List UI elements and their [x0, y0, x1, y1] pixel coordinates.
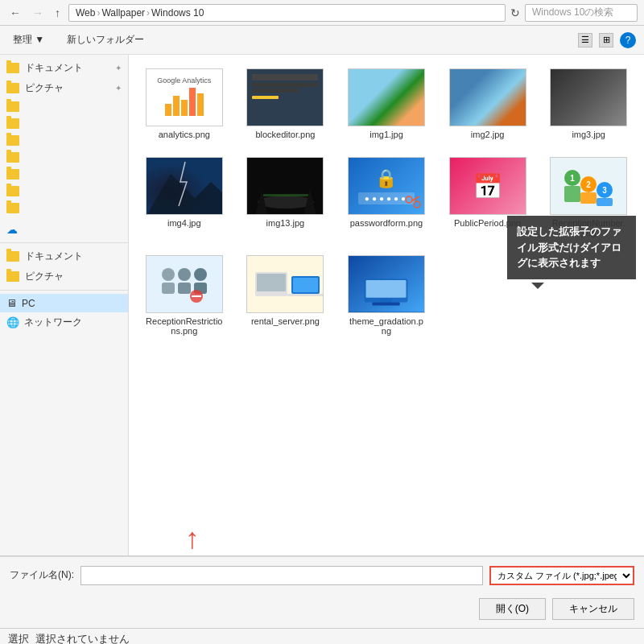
sidebar-item-folder2[interactable]	[0, 115, 128, 132]
file-thumbnail: Google Analytics	[146, 68, 223, 126]
svg-rect-37	[372, 303, 399, 306]
calendar-icon: 📅	[473, 172, 502, 200]
address-bar[interactable]: Web › Wallpaper › Windows 10	[68, 4, 506, 22]
file-name: rental_server.png	[251, 316, 320, 326]
path-windows10: Windows 10	[151, 7, 204, 19]
sidebar-item-folder1[interactable]	[0, 98, 128, 115]
theme-svg	[349, 255, 424, 312]
file-thumbnail	[348, 255, 425, 313]
up-button[interactable]: ↑	[52, 5, 64, 21]
svg-rect-17	[580, 192, 597, 204]
organize-button[interactable]: 整理 ▼	[8, 31, 49, 49]
forward-button[interactable]: →	[29, 5, 47, 21]
file-item[interactable]: img3.jpg	[541, 63, 636, 145]
search-box[interactable]: Windows 10の検索	[525, 4, 638, 22]
sidebar-item-folder5[interactable]	[0, 166, 128, 183]
folder-icon	[6, 135, 19, 146]
not-selected-text: 選択されていません	[35, 632, 130, 644]
file-item[interactable]: img13.jpg	[238, 151, 333, 243]
file-name: analytics.png	[159, 130, 210, 139]
sidebar-item-documents2[interactable]: ドキュメント	[0, 246, 128, 266]
file-item[interactable]: img2.jpg	[440, 63, 535, 145]
file-item[interactable]: img4.jpg	[137, 151, 232, 243]
sidebar-label: PC	[22, 298, 35, 309]
bar	[181, 100, 188, 116]
content-area: Google Analytics analytics.png	[129, 55, 644, 555]
sidebar-item-folder4[interactable]	[0, 149, 128, 166]
path-wallpaper: Wallpaper	[101, 7, 145, 19]
file-name: img4.jpg	[167, 218, 201, 228]
file-thumbnail	[246, 157, 324, 215]
img2-thumbnail	[450, 69, 526, 126]
sidebar-item-documents1[interactable]: ドキュメント ✦	[0, 58, 128, 78]
sidebar-item-folder6[interactable]	[0, 183, 128, 200]
sidebar-label: ドキュメント	[25, 61, 83, 75]
cancel-button[interactable]: キャンセル	[552, 598, 634, 620]
sidebar-item-folder3[interactable]	[0, 132, 128, 149]
refresh-button[interactable]: ↻	[510, 6, 520, 19]
rental-thumbnail	[247, 256, 323, 312]
file-grid: Google Analytics analytics.png	[137, 63, 636, 341]
folder-icon	[6, 152, 19, 163]
svg-text:1: 1	[570, 174, 575, 183]
svg-rect-35	[366, 280, 407, 298]
lock-icon: 🔒	[375, 168, 397, 189]
file-thumbnail: 🔒 ●●●●●●	[348, 157, 425, 215]
img13-svg	[247, 158, 324, 215]
filename-input[interactable]	[80, 566, 483, 585]
folder-icon	[6, 251, 19, 262]
file-item[interactable]: Google Analytics analytics.png	[137, 63, 232, 145]
file-name: img2.jpg	[471, 130, 505, 139]
svg-rect-36	[380, 299, 392, 303]
status-row1: 選択 選択されていません	[8, 632, 636, 644]
svg-rect-4	[263, 194, 308, 196]
filetype-select[interactable]: カスタム ファイル (*.jpg;*.jpeg;*.pn	[489, 566, 634, 585]
toolbar: 整理 ▼ 新しいフォルダー ☰ ⊞ ?	[0, 26, 644, 55]
svg-point-21	[178, 268, 191, 281]
file-item[interactable]: ReceptionRestrictions.png	[137, 250, 232, 341]
file-item[interactable]: blockeditor.png	[238, 63, 333, 145]
file-thumbnail	[246, 255, 324, 313]
pin-icon: ✦	[115, 64, 122, 72]
sidebar-item-onedrive[interactable]: ☁	[0, 220, 128, 239]
img1-thumbnail	[349, 69, 424, 126]
file-item[interactable]: rental_server.png	[238, 250, 333, 341]
file-thumbnail	[146, 157, 223, 215]
file-thumbnail: 1 2 3	[550, 157, 627, 215]
view-icon-grid[interactable]: ⊞	[599, 33, 613, 47]
file-thumbnail	[246, 68, 324, 126]
sidebar-label: ピクチャ	[25, 81, 64, 95]
file-thumbnail: 📅	[449, 157, 526, 215]
file-item[interactable]: img1.jpg	[339, 63, 434, 145]
sidebar-item-pc[interactable]: 🖥 PC	[0, 294, 128, 312]
svg-point-3	[258, 196, 314, 208]
folder-icon	[6, 169, 19, 180]
img3-thumbnail	[551, 69, 626, 126]
back-button[interactable]: ←	[6, 5, 24, 21]
reception-restrict-thumbnail	[147, 256, 222, 312]
folder-icon	[6, 271, 19, 282]
svg-rect-20	[162, 283, 175, 294]
open-button[interactable]: 開く(O)	[479, 598, 546, 620]
rental-svg	[247, 256, 324, 313]
sidebar-item-pictures2[interactable]: ピクチャ	[0, 266, 128, 287]
file-item[interactable]: theme_gradation.png	[339, 250, 434, 341]
file-item[interactable]: 🔒 ●●●●●● passwordform.png	[339, 151, 434, 243]
sidebar-item-pictures1[interactable]: ピクチャ ✦	[0, 78, 128, 98]
theme-thumbnail	[349, 256, 424, 312]
svg-point-19	[162, 268, 175, 281]
dialog-buttons: 開く(O) キャンセル	[0, 593, 644, 628]
new-folder-button[interactable]: 新しいフォルダー	[62, 31, 149, 49]
sidebar-item-network[interactable]: 🌐 ネットワーク	[0, 312, 128, 332]
help-button[interactable]: ?	[620, 32, 636, 48]
file-name: img3.jpg	[572, 130, 605, 139]
reception-svg: 1 2 3	[556, 162, 621, 210]
callout-text: 設定した拡張子のファイル形式だけダイアログに表示されます	[517, 225, 621, 269]
analytics-thumbnail: Google Analytics	[147, 69, 222, 126]
svg-text:2: 2	[586, 180, 591, 189]
file-name: ReceptionRestrictions.png	[146, 316, 223, 336]
dialog-bottom-area: ↑ ファイル名(N): カスタム ファイル (*.jpg;*.jpeg;*.pn…	[0, 555, 644, 628]
view-icon-list[interactable]: ☰	[578, 33, 592, 47]
sidebar-item-folder7[interactable]	[0, 200, 128, 217]
network-icon: 🌐	[6, 316, 19, 328]
